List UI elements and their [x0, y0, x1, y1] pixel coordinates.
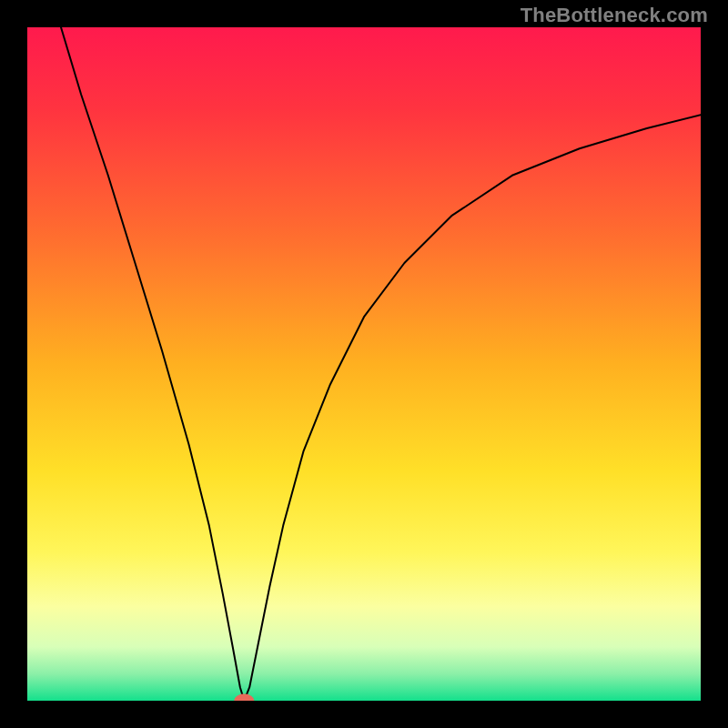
watermark-text: TheBottleneck.com	[521, 4, 708, 27]
gradient-background	[27, 27, 701, 701]
chart-svg	[27, 27, 701, 701]
chart-plot	[27, 27, 701, 701]
chart-frame: TheBottleneck.com	[0, 0, 728, 728]
